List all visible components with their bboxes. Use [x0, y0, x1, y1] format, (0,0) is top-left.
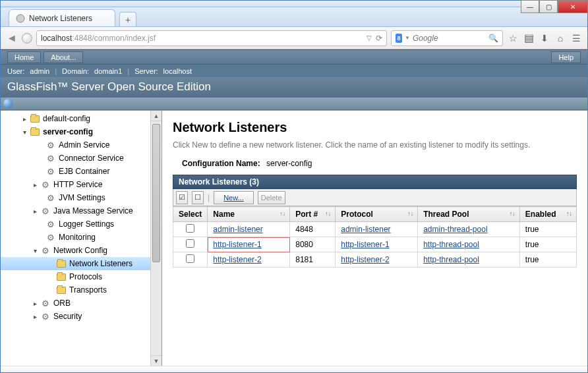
row-checkbox-cell [173, 252, 208, 268]
address-bar[interactable]: localhost:4848/common/index.jsf ▽ ⟳ [36, 30, 387, 46]
col-name[interactable]: Name↑↓ [208, 207, 290, 222]
tree-label: Network Config [53, 246, 107, 255]
browser-window: — ▢ ✕ Network Listeners + ◄ localhost:48… [0, 0, 588, 373]
tree-node-orb[interactable]: ▸⚙ORB [1, 297, 150, 310]
folder-icon [56, 259, 67, 268]
nav-tree-container: ▸default-config▾server-config⚙Admin Serv… [1, 111, 162, 366]
col-pool[interactable]: Thread Pool↑↓ [418, 207, 520, 222]
window-titlebar: — ▢ ✕ [1, 1, 587, 7]
server-label: Server: [134, 67, 158, 75]
tree-node-jvm-settings[interactable]: ⚙JVM Settings [1, 191, 150, 204]
row-checkbox[interactable] [186, 224, 194, 233]
pool-link[interactable]: http-thread-pool [423, 240, 479, 249]
tree-node-monitoring[interactable]: ⚙Monitoring [1, 231, 150, 244]
window-close-button[interactable]: ✕ [558, 0, 588, 13]
tree-label: Security [53, 312, 82, 321]
scroll-down-icon[interactable]: ▼ [151, 355, 162, 366]
search-input[interactable] [413, 34, 486, 43]
expand-icon[interactable]: ▸ [31, 299, 39, 307]
dropdown-icon[interactable]: ▼ [405, 35, 410, 41]
tree-node-default-config[interactable]: ▸default-config [1, 112, 150, 125]
downloads-icon[interactable]: ⬇ [539, 32, 550, 44]
row-checkbox[interactable] [186, 254, 194, 263]
service-icon: ⚙ [40, 246, 51, 255]
protocol-link[interactable]: http-listener-2 [341, 255, 389, 264]
home-icon[interactable]: ⌂ [554, 32, 566, 44]
deselect-all-button[interactable]: ☐ [192, 191, 204, 204]
tree-node-admin-service[interactable]: ⚙Admin Service [1, 138, 150, 152]
expand-icon [36, 233, 44, 241]
site-identity-icon[interactable] [22, 33, 32, 43]
search-box[interactable]: 8 ▼ 🔍 [391, 30, 503, 46]
window-maximize-button[interactable]: ▢ [539, 0, 558, 13]
tree-label: Admin Service [59, 140, 109, 150]
expand-icon [36, 167, 44, 175]
tree-node-server-config[interactable]: ▾server-config [1, 125, 150, 138]
help-button[interactable]: Help [551, 51, 581, 63]
expand-icon[interactable]: ▸ [31, 312, 39, 320]
bookmark-star-icon[interactable]: ☆ [507, 32, 519, 44]
refresh-icon[interactable] [3, 99, 13, 108]
listener-link[interactable]: admin-listener [213, 225, 262, 234]
pool-link[interactable]: http-thread-pool [423, 255, 479, 264]
select-all-button[interactable]: ☑ [176, 191, 188, 204]
tree-label: Monitoring [59, 233, 96, 242]
expand-icon [47, 260, 55, 268]
browser-tab[interactable]: Network Listeners [9, 9, 115, 26]
about-button[interactable]: About... [44, 51, 83, 63]
col-port[interactable]: Port #↑↓ [290, 207, 336, 222]
sort-icon: ↑↓ [325, 210, 331, 217]
search-icon[interactable]: 🔍 [488, 34, 498, 43]
tree-node-security[interactable]: ▸⚙Security [1, 310, 150, 323]
service-icon: ⚙ [45, 193, 56, 202]
tree-node-protocols[interactable]: Protocols [1, 270, 150, 283]
tree-node-connector-service[interactable]: ⚙Connector Service [1, 152, 150, 165]
expand-icon[interactable]: ▸ [20, 115, 28, 123]
tree-scrollbar[interactable]: ▲ ▼ [150, 111, 162, 366]
new-tab-button[interactable]: + [119, 12, 136, 26]
col-enabled[interactable]: Enabled↑↓ [519, 207, 576, 222]
table-row: http-listener-28181http-listener-2http-t… [173, 252, 577, 268]
expand-icon [36, 141, 44, 149]
content-pane: Network Listeners Click New to define a … [162, 111, 587, 366]
col-protocol[interactable]: Protocol↑↓ [336, 207, 418, 222]
protocol-link[interactable]: admin-listener [341, 225, 390, 234]
listener-link[interactable]: http-listener-1 [213, 240, 261, 249]
col-select[interactable]: Select [173, 207, 208, 222]
protocol-link[interactable]: http-listener-1 [341, 240, 389, 249]
tree-node-java-message-service[interactable]: ▸⚙Java Message Service [1, 204, 150, 217]
back-button[interactable]: ◄ [6, 32, 18, 44]
reader-mode-icon[interactable]: ▽ [367, 34, 372, 42]
reload-icon[interactable]: ⟳ [376, 34, 382, 43]
scroll-up-icon[interactable]: ▲ [151, 111, 162, 121]
row-checkbox-cell [173, 222, 208, 237]
sort-icon: ↑↓ [510, 210, 515, 217]
expand-icon[interactable]: ▾ [31, 246, 39, 254]
scroll-thumb[interactable] [152, 124, 160, 262]
tree-node-ejb-container[interactable]: ⚙EJB Container [1, 165, 150, 178]
new-button[interactable]: New... [214, 191, 254, 204]
tree-label: Protocols [69, 272, 102, 281]
console-menubar: Home About... Help [1, 49, 587, 64]
tree-node-network-config[interactable]: ▾⚙Network Config [1, 244, 150, 257]
table-toolbar: ☑ ☐ | New... Delete [173, 189, 577, 206]
library-icon[interactable]: ▤ [523, 32, 535, 44]
window-minimize-button[interactable]: — [521, 0, 539, 13]
expand-icon[interactable]: ▾ [20, 128, 28, 136]
row-checkbox[interactable] [186, 239, 194, 248]
tree-node-logger-settings[interactable]: ⚙Logger Settings [1, 217, 150, 231]
cell-name: admin-listener [208, 222, 290, 237]
menu-icon[interactable]: ☰ [570, 32, 582, 44]
home-button[interactable]: Home [7, 51, 41, 63]
service-icon: ⚙ [45, 154, 56, 163]
tree-node-http-service[interactable]: ▸⚙HTTP Service [1, 178, 150, 191]
tree-node-transports[interactable]: Transports [1, 283, 150, 297]
delete-button[interactable]: Delete [258, 191, 285, 204]
expand-icon[interactable]: ▸ [31, 207, 39, 215]
nav-tree[interactable]: ▸default-config▾server-config⚙Admin Serv… [1, 111, 150, 366]
listener-link[interactable]: http-listener-2 [213, 255, 261, 264]
expand-icon[interactable]: ▸ [31, 181, 39, 188]
pool-link[interactable]: admin-thread-pool [423, 225, 487, 234]
tree-node-network-listeners[interactable]: Network Listeners [1, 257, 150, 270]
row-checkbox-cell [173, 237, 208, 252]
